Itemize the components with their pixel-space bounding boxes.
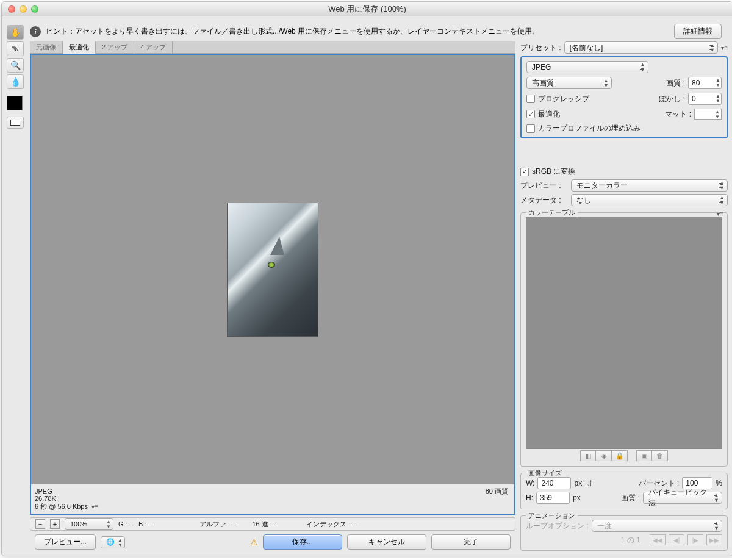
save-button[interactable]: 保存... xyxy=(263,534,342,550)
eyedropper-tool[interactable]: 💧 xyxy=(7,74,24,89)
first-frame-button: ◀◀ xyxy=(650,534,666,545)
quality-preset-select[interactable]: 高画質▲▼ xyxy=(526,77,612,89)
last-frame-button: ▶▶ xyxy=(706,534,722,545)
progressive-checkbox[interactable] xyxy=(526,95,535,103)
tab-4up[interactable]: 4 アップ xyxy=(134,41,173,53)
done-button[interactable]: 完了 xyxy=(431,534,511,550)
ct-shift-button[interactable]: ◈ xyxy=(596,450,612,461)
zoom-tool[interactable]: 🔍 xyxy=(7,58,24,73)
ct-new-button[interactable]: ▣ xyxy=(636,450,652,461)
preview-label: プレビュー : xyxy=(520,181,568,191)
px-label2: px xyxy=(573,494,581,502)
details-button[interactable]: 詳細情報 xyxy=(674,24,722,39)
animation-panel: アニメーション ループオプション : 一度▲▼ 1 の 1 ◀◀ ◀| xyxy=(520,515,728,551)
color-table-title: カラーテーブル xyxy=(526,208,578,217)
matte-label: マット : xyxy=(665,109,691,120)
canvas-frame: JPEG 26.78K 6 秒 @ 56.6 Kbps ▾≡ 80 画質 xyxy=(30,54,515,515)
progressive-label: プログレッシブ xyxy=(538,94,589,104)
cancel-button[interactable]: キャンセル xyxy=(347,534,426,550)
info-speed: 6 秒 @ 56.6 Kbps xyxy=(35,502,88,511)
blur-input[interactable]: 0▲▼ xyxy=(688,93,722,105)
image-size-panel: 画像サイズ W: 240 px ⥯ パーセント : 100 % H: xyxy=(520,473,728,509)
height-input[interactable]: 359 xyxy=(536,492,570,504)
info-format: JPEG xyxy=(35,487,511,495)
loop-select: 一度▲▼ xyxy=(592,520,722,532)
preview-image[interactable] xyxy=(227,203,318,337)
info-icon: i xyxy=(30,26,41,37)
warning-icon: ⚠ xyxy=(250,537,258,547)
ct-lock-button[interactable]: 🔒 xyxy=(612,450,628,461)
animation-title: アニメーション xyxy=(526,511,578,520)
zoom-select[interactable]: 100%▲▼ xyxy=(65,518,113,530)
status-index: インデックス : -- xyxy=(306,520,357,529)
info-quality: 80 画質 xyxy=(486,487,508,496)
status-b: B : -- xyxy=(138,520,153,528)
next-frame-button: |▶ xyxy=(687,534,703,545)
metadata-select[interactable]: なし▲▼ xyxy=(571,194,728,206)
preview-select[interactable]: モニターカラー▲▼ xyxy=(571,179,728,192)
frame-counter: 1 の 1 xyxy=(621,535,640,545)
embed-profile-label: カラープロファイルの埋め込み xyxy=(538,123,640,134)
tab-optimized[interactable]: 最適化 xyxy=(63,41,96,54)
status-alpha: アルファ : -- xyxy=(199,520,237,529)
status-bar: − + 100%▲▼ G : -- B : -- アルファ : -- 16 進 … xyxy=(30,517,515,531)
title-bar: Web 用に保存 (100%) xyxy=(2,2,732,16)
toggle-slices-icon[interactable] xyxy=(7,117,24,129)
ct-snap-button[interactable]: ◧ xyxy=(580,450,596,461)
info-size: 26.78K xyxy=(35,495,511,502)
preset-select[interactable]: [名前なし]▲▼ xyxy=(564,41,718,54)
hint-text: ヒント：アセットをより早く書き出すには、ファイル／書き出し形式.../Web 用… xyxy=(46,26,669,37)
dialog-footer: プレビュー... 🌐▲▼ ⚠ 保存... キャンセル 完了 xyxy=(30,531,515,551)
pct-label: % xyxy=(716,479,722,487)
w-label: W: xyxy=(526,479,534,487)
loop-label: ループオプション : xyxy=(526,521,589,531)
ct-trash-button[interactable]: 🗑 xyxy=(652,450,668,461)
width-input[interactable]: 240 xyxy=(537,477,571,489)
tool-strip: ✋ ✎ 🔍 💧 xyxy=(7,21,26,551)
optimized-checkbox[interactable]: ✓ xyxy=(526,110,535,118)
preset-label: プリセット : xyxy=(520,43,561,53)
globe-icon: 🌐 xyxy=(106,538,115,546)
status-hex: 16 進 : -- xyxy=(252,520,278,529)
tab-original[interactable]: 元画像 xyxy=(30,41,63,53)
srgb-checkbox[interactable]: ✓ xyxy=(520,168,529,176)
colortable-flyout-icon[interactable]: ▾≡ xyxy=(717,210,723,217)
color-table-area[interactable] xyxy=(526,217,722,449)
hand-tool[interactable]: ✋ xyxy=(7,25,24,40)
slice-select-tool[interactable]: ✎ xyxy=(7,41,24,56)
window-title: Web 用に保存 (100%) xyxy=(2,4,732,15)
zoom-out-button[interactable]: − xyxy=(35,519,45,529)
format-panel: JPEG▲▼ 高画質▲▼ 画質 : 80▲▼ xyxy=(520,56,728,138)
status-g: G : -- xyxy=(118,520,134,528)
color-table-panel: カラーテーブル ▾≡ ◧ ◈ 🔒 ▣ 🗑 xyxy=(520,212,728,467)
px-label: px xyxy=(574,479,582,487)
quality-input[interactable]: 80▲▼ xyxy=(688,77,722,89)
embed-profile-checkbox[interactable] xyxy=(526,124,535,133)
speed-flyout-icon[interactable]: ▾≡ xyxy=(92,503,98,510)
eyedropper-color-swatch[interactable] xyxy=(7,96,23,110)
browser-select[interactable]: 🌐▲▼ xyxy=(101,536,125,548)
metadata-label: メタデータ : xyxy=(520,195,568,206)
matte-select[interactable]: ▲▼ xyxy=(694,109,722,120)
srgb-label: sRGB に変換 xyxy=(532,167,575,177)
h-label: H: xyxy=(526,494,533,502)
quality-label: 画質 : xyxy=(666,78,685,88)
canvas-info: JPEG 26.78K 6 秒 @ 56.6 Kbps ▾≡ 80 画質 xyxy=(31,484,514,514)
optimized-label: 最適化 xyxy=(538,109,560,120)
settings-panel: プリセット : [名前なし]▲▼ ▾≡ JPEG▲▼ xyxy=(520,41,728,551)
preset-flyout-icon[interactable]: ▾≡ xyxy=(721,45,728,51)
link-icon[interactable]: ⥯ xyxy=(586,478,594,488)
percent-label: パーセント : xyxy=(639,478,680,489)
format-select[interactable]: JPEG▲▼ xyxy=(526,61,648,73)
image-size-title: 画像サイズ xyxy=(526,468,564,478)
tab-2up[interactable]: 2 アップ xyxy=(96,41,134,53)
blur-label: ぼかし : xyxy=(659,94,685,104)
resample-select[interactable]: バイキュービック法▲▼ xyxy=(643,492,722,504)
preview-button[interactable]: プレビュー... xyxy=(35,534,96,550)
prev-frame-button: ◀| xyxy=(669,534,684,545)
preview-tabs: 元画像 最適化 2 アップ 4 アップ xyxy=(30,41,515,54)
canvas-area[interactable] xyxy=(31,55,514,484)
zoom-in-button[interactable]: + xyxy=(50,519,60,529)
resample-quality-label: 画質 : xyxy=(621,493,640,503)
